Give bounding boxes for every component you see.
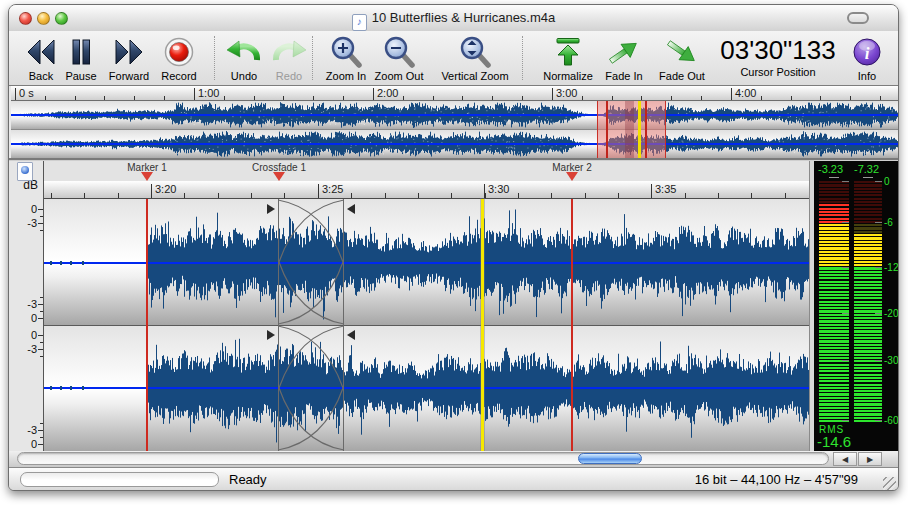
meter-led-segment (819, 297, 849, 299)
window-title-text: 10 Butterflies & Hurricanes.m4a (372, 10, 556, 25)
progress-bar (20, 472, 219, 487)
meter-led-segment (819, 244, 849, 246)
ruler-minor-tick (104, 96, 105, 100)
ruler-minor-tick (84, 193, 85, 198)
info-button[interactable]: i Info (832, 34, 899, 82)
overview-waveform[interactable] (11, 101, 898, 158)
horizontal-scrollbar-track[interactable] (17, 452, 829, 465)
ruler-minor-tick (218, 193, 219, 198)
vertical-zoom-icon (433, 34, 517, 70)
marker1-line[interactable] (146, 199, 148, 451)
meter-led-segment (819, 277, 849, 279)
meter-scale-tick (875, 360, 882, 361)
cursor-position-display: 03'30"133 Cursor Position (703, 34, 853, 78)
meter-led-segment (854, 334, 882, 336)
meter-led-segment (854, 237, 882, 239)
resize-grip-icon[interactable] (883, 477, 896, 490)
ruler-major-tick (194, 88, 195, 100)
ruler-minor-tick (785, 193, 786, 198)
ruler-minor-tick (551, 193, 552, 198)
ruler-minor-tick (641, 96, 642, 100)
marker-triangle-icon[interactable] (141, 172, 153, 181)
title-bar: ♪10 Butterflies & Hurricanes.m4a (9, 5, 898, 32)
marker2-line[interactable] (571, 199, 573, 451)
meter-led-segment (854, 367, 882, 369)
horizontal-scrollbar-thumb[interactable] (578, 453, 642, 464)
meter-led-segment (854, 370, 882, 372)
ruler-minor-tick (751, 193, 752, 198)
meter-led-segment (819, 304, 849, 306)
vertical-zoom-button[interactable]: Vertical Zoom (433, 34, 517, 82)
meter-cap-tick (829, 177, 839, 178)
meter-scale-label: -30 (884, 355, 898, 366)
marker-row[interactable]: Marker 1Crossfade 1Marker 2 (44, 161, 809, 181)
meter-led-segment (819, 237, 849, 239)
ruler-minor-tick (184, 193, 185, 198)
ruler-major-tick (552, 88, 553, 100)
meter-led-segment (819, 403, 849, 405)
meter-scale-tick (875, 267, 882, 268)
scroll-right-button[interactable]: ▶ (858, 452, 882, 466)
db-scale-label: -3 (27, 217, 37, 229)
meter-led-segment (854, 324, 882, 326)
ruler-time-label: 1:00 (198, 87, 219, 99)
crossfade-left-handle[interactable] (267, 330, 275, 340)
db-scale-label: -3 (27, 343, 37, 355)
meter-led-segment (819, 317, 849, 319)
meter-led-segment (819, 247, 849, 249)
meter-led-segment (854, 390, 882, 392)
db-scale-tick (38, 223, 43, 224)
window-title: ♪10 Butterflies & Hurricanes.m4a (9, 10, 898, 31)
status-message: Ready (229, 472, 267, 487)
meter-led-segment (819, 397, 849, 399)
db-scale-tick (38, 349, 43, 350)
meter-led-segment (819, 218, 849, 220)
meter-led-segment (819, 387, 849, 389)
toolbar-toggle-button[interactable] (847, 12, 869, 24)
zoom-out-button[interactable]: Zoom Out (364, 34, 434, 82)
meter-led-segment (854, 417, 882, 419)
marker-triangle-icon[interactable] (273, 172, 285, 181)
meter-led-segment (854, 211, 882, 213)
meter-led-segment (854, 218, 882, 220)
meter-led-segment (819, 314, 849, 316)
crossfade-right-handle[interactable] (347, 330, 355, 340)
waveform-editor[interactable] (44, 199, 809, 451)
meter-led-segment (819, 251, 849, 253)
record-button[interactable]: Record (144, 34, 214, 82)
db-scale-tick (38, 335, 43, 336)
ruler-minor-tick (418, 193, 419, 198)
cursor-position-value: 03'30"133 (703, 34, 853, 66)
meter-led-segment (854, 284, 882, 286)
meter-led-segment (854, 198, 882, 200)
scroll-left-button[interactable]: ◀ (833, 452, 857, 466)
meter-scale-tick (842, 360, 849, 361)
marker-triangle-icon[interactable] (566, 172, 578, 181)
meter-led-segment (854, 393, 882, 395)
ruler-minor-tick (433, 96, 434, 100)
meter-led-segment (819, 377, 849, 379)
meter-led-segment (819, 204, 849, 206)
crossfade-right-handle[interactable] (347, 204, 355, 214)
playback-cursor-line[interactable] (481, 199, 484, 451)
crossfade-curves-right-channel[interactable] (278, 325, 344, 451)
ruler-minor-tick (385, 193, 386, 198)
crossfade-left-handle[interactable] (267, 204, 275, 214)
meter-led-segment (854, 208, 882, 210)
meter-led-segment (854, 344, 882, 346)
waveform-canvas[interactable] (44, 199, 809, 451)
overview-timeline-ruler[interactable]: 0 s1:002:003:004:00 (11, 86, 898, 101)
meter-led-segment (819, 257, 849, 259)
meter-led-segment (819, 320, 849, 322)
meter-led-segment (854, 357, 882, 359)
editor-timeline-ruler[interactable]: 3:203:253:303:35 (44, 181, 809, 199)
meter-led-segment (819, 410, 849, 412)
crossfade-curves-left-channel[interactable] (278, 199, 344, 325)
overview-waveform-canvas[interactable] (11, 101, 898, 158)
meter-led-segment (819, 407, 849, 409)
meter-led-segment (819, 393, 849, 395)
meter-led-segment (854, 184, 882, 186)
track-document-icon[interactable] (17, 162, 33, 181)
meter-led-segment (854, 347, 882, 349)
meter-led-segment (854, 287, 882, 289)
